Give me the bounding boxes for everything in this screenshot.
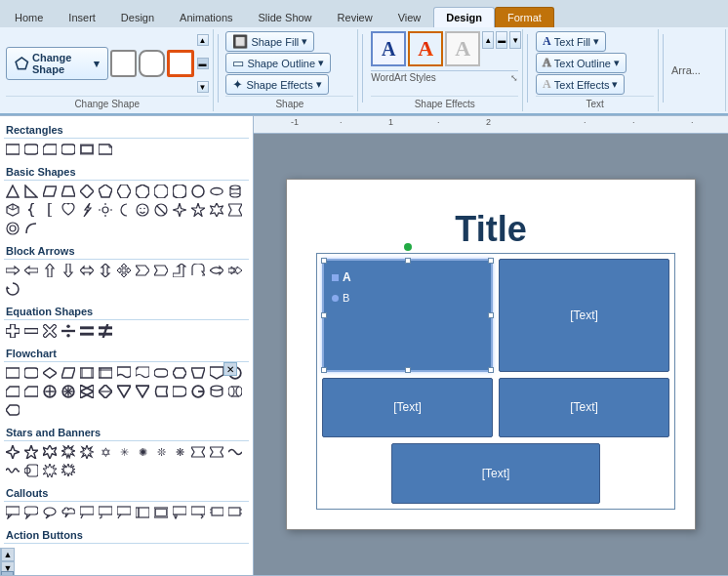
- eq-minus[interactable]: [22, 322, 40, 340]
- callout-oval[interactable]: [41, 504, 59, 521]
- shape-outline-button[interactable]: ▭ Shape Outline ▾: [225, 53, 331, 73]
- panel-close-button[interactable]: ✕: [223, 362, 237, 376]
- ba-ud[interactable]: [97, 262, 114, 279]
- bs-rtriangle[interactable]: [22, 183, 40, 200]
- callout-rounded[interactable]: [22, 504, 40, 521]
- callout-bent-line[interactable]: [97, 504, 114, 521]
- fc-direct-data[interactable]: [226, 383, 244, 400]
- double-wave[interactable]: [4, 462, 21, 479]
- star-5pt[interactable]: [22, 443, 40, 461]
- smartart-box-5[interactable]: [Text]: [391, 443, 600, 504]
- star-8pt[interactable]: [78, 443, 96, 461]
- wordart-scroll-down[interactable]: ▼: [509, 31, 521, 49]
- bs-no-symbol[interactable]: [152, 201, 170, 219]
- handle-tm[interactable]: [405, 258, 411, 264]
- star-7pt[interactable]: [60, 443, 77, 461]
- bs-decagon[interactable]: [171, 183, 188, 200]
- scrollbar-up-arrow[interactable]: ▲: [1, 548, 15, 561]
- shape-scroll-mid[interactable]: ▬: [197, 58, 209, 69]
- handle-bm[interactable]: [405, 367, 411, 373]
- smartart-box-3[interactable]: [Text]: [322, 378, 493, 438]
- ba-curved[interactable]: [208, 262, 225, 279]
- callout-accent-bar[interactable]: [134, 504, 151, 521]
- bs-circle[interactable]: [189, 183, 207, 200]
- fc-summing-jct[interactable]: [41, 383, 59, 400]
- bs-cube[interactable]: [4, 201, 21, 219]
- star-10pt[interactable]: ✡: [97, 443, 114, 461]
- tab-design[interactable]: Design: [108, 7, 167, 27]
- fc-stored-data[interactable]: [152, 383, 170, 400]
- bs-oval[interactable]: [208, 183, 225, 200]
- shape-fill-button[interactable]: 🔲 Shape Fill ▾: [225, 31, 314, 52]
- snipped-rect-shape[interactable]: [41, 141, 59, 158]
- wordart-sample-3[interactable]: A: [445, 31, 480, 66]
- fc-sequential-data[interactable]: [189, 383, 207, 400]
- fc-alt-process[interactable]: [22, 364, 40, 382]
- fc-delay[interactable]: [171, 383, 188, 400]
- ab-beginning[interactable]: [41, 546, 59, 548]
- fc-extract[interactable]: [115, 383, 133, 400]
- callout-border-accent[interactable]: [152, 504, 170, 521]
- handle-ml[interactable]: [321, 312, 327, 318]
- change-shape-button[interactable]: ⬠ Change Shape ▾: [6, 47, 108, 80]
- star-32pt[interactable]: ❋: [171, 443, 188, 461]
- star-6pt[interactable]: [41, 443, 59, 461]
- fc-decision[interactable]: [41, 364, 59, 382]
- ba-circular[interactable]: [4, 280, 21, 298]
- callout-3[interactable]: [171, 504, 188, 521]
- fc-process[interactable]: [4, 364, 21, 382]
- fc-collate[interactable]: [78, 383, 96, 400]
- smartart-container[interactable]: A B [Text]: [316, 253, 675, 510]
- shape-preview-selected[interactable]: [167, 50, 194, 77]
- handle-br[interactable]: [488, 367, 494, 373]
- wave-shape[interactable]: [226, 443, 244, 461]
- shape-preview-rect[interactable]: [110, 50, 137, 77]
- callout-2-line[interactable]: [115, 504, 133, 521]
- ba-quad[interactable]: [115, 262, 133, 279]
- eq-notequal[interactable]: [97, 322, 114, 340]
- ba-right[interactable]: [4, 262, 21, 279]
- ba-bent[interactable]: [171, 262, 188, 279]
- rotation-handle[interactable]: [404, 243, 412, 251]
- tab-animations[interactable]: Animations: [167, 7, 245, 27]
- text-effects-button[interactable]: A Text Effects ▾: [536, 74, 625, 95]
- tab-review[interactable]: Review: [325, 7, 385, 27]
- fc-document[interactable]: [115, 364, 133, 382]
- star-12pt[interactable]: ✳: [115, 443, 133, 461]
- eq-plus[interactable]: [4, 322, 21, 340]
- wordart-scroll-up[interactable]: ▲: [482, 31, 494, 49]
- ab-blank[interactable]: [208, 546, 225, 548]
- bs-moon[interactable]: [115, 201, 133, 219]
- shape-scroll-down[interactable]: ▼: [197, 81, 209, 93]
- bevel-rect-shape[interactable]: [78, 141, 96, 158]
- bs-lightning[interactable]: [78, 201, 96, 219]
- bs-ring[interactable]: [4, 220, 21, 237]
- fc-predefined[interactable]: [78, 364, 96, 382]
- bs-brace[interactable]: [22, 201, 40, 219]
- tab-slideshow[interactable]: Slide Show: [246, 7, 325, 27]
- star-16pt[interactable]: ✺: [134, 443, 151, 461]
- wordart-sample-2[interactable]: A: [408, 31, 443, 66]
- fc-or-jct[interactable]: [60, 383, 77, 400]
- callout-rect[interactable]: [4, 504, 21, 521]
- ab-home[interactable]: [78, 546, 96, 548]
- tab-view[interactable]: View: [385, 7, 434, 27]
- smartart-box-1[interactable]: A B: [322, 259, 493, 372]
- bs-heart[interactable]: [60, 201, 77, 219]
- bs-ribbon-shape[interactable]: [226, 201, 244, 219]
- scrollbar-thumb[interactable]: [1, 571, 14, 575]
- tab-home[interactable]: Home: [2, 7, 56, 27]
- bs-triangle[interactable]: [4, 183, 21, 200]
- shape-effects-button[interactable]: ✦ Shape Effects ▾: [225, 74, 328, 95]
- ab-forward[interactable]: [22, 546, 40, 548]
- fc-manual[interactable]: [189, 364, 207, 382]
- wordart-expand-icon[interactable]: ⤡: [510, 73, 518, 83]
- callout-4[interactable]: [189, 504, 207, 521]
- ab-custom[interactable]: [226, 546, 244, 548]
- bs-star4[interactable]: [171, 201, 188, 219]
- fc-sort[interactable]: [97, 383, 114, 400]
- fold-rect-shape[interactable]: [97, 141, 114, 158]
- fc-card[interactable]: [22, 383, 40, 400]
- callout-line[interactable]: [78, 504, 96, 521]
- shape-scroll-up[interactable]: ▲: [197, 34, 209, 46]
